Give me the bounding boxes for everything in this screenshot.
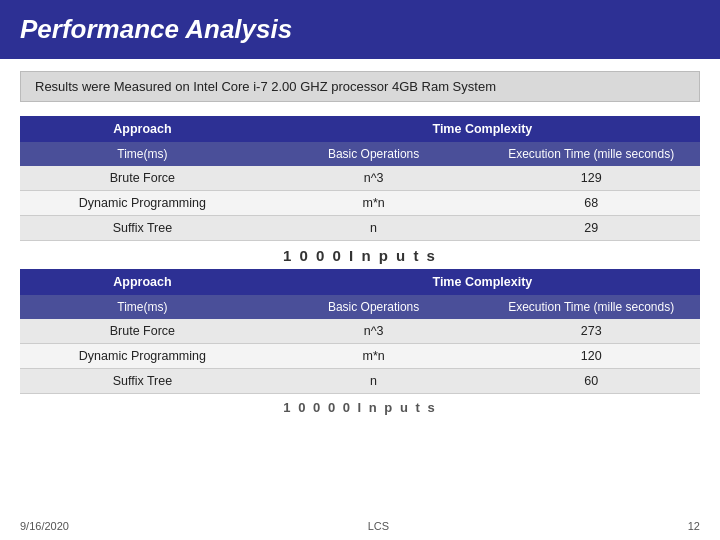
table2-subhead-row: Time(ms) Basic Operations Execution Time…	[20, 295, 700, 319]
row3-approach: Suffix Tree	[20, 216, 265, 241]
table-row: Brute Force n^3 273	[20, 319, 700, 344]
section1-heading: 1 0 0 0 I n p u t s	[20, 247, 700, 264]
table2-wrapper: Approach Time Complexity Time(ms) Basic …	[20, 269, 700, 394]
section2-heading: 1 0 0 0 0 I n p u t s	[20, 400, 700, 415]
col-approach-header: Approach	[20, 116, 265, 142]
subhead2-timems: Time(ms)	[20, 295, 265, 319]
table-row: Suffix Tree n 60	[20, 369, 700, 394]
subhead-basic: Basic Operations	[265, 142, 483, 166]
row6-exec: 60	[482, 369, 700, 394]
col-time-complexity-header: Time Complexity	[265, 116, 700, 142]
table-row: Suffix Tree n 29	[20, 216, 700, 241]
table2: Approach Time Complexity Time(ms) Basic …	[20, 269, 700, 394]
row1-exec: 129	[482, 166, 700, 191]
main-content: Results were Measured on Intel Core i-7 …	[0, 59, 720, 423]
table1: Approach Time Complexity Time(ms) Basic …	[20, 116, 700, 241]
row2-approach: Dynamic Programming	[20, 191, 265, 216]
row4-approach: Brute Force	[20, 319, 265, 344]
row6-basic: n	[265, 369, 483, 394]
subtitle-text: Results were Measured on Intel Core i-7 …	[35, 79, 496, 94]
table-row: Dynamic Programming m*n 120	[20, 344, 700, 369]
subhead2-basic: Basic Operations	[265, 295, 483, 319]
table-row: Brute Force n^3 129	[20, 166, 700, 191]
page-header: Performance Analysis	[0, 0, 720, 59]
subtitle-bar: Results were Measured on Intel Core i-7 …	[20, 71, 700, 102]
row2-basic: m*n	[265, 191, 483, 216]
subhead-exec: Execution Time (mille seconds)	[482, 142, 700, 166]
subhead-timems: Time(ms)	[20, 142, 265, 166]
row4-exec: 273	[482, 319, 700, 344]
table1-wrapper: Approach Time Complexity Time(ms) Basic …	[20, 116, 700, 241]
footer: 9/16/2020 LCS 12	[20, 520, 700, 532]
col2-time-complexity-header: Time Complexity	[265, 269, 700, 295]
table2-header-row: Approach Time Complexity	[20, 269, 700, 295]
row5-exec: 120	[482, 344, 700, 369]
row3-basic: n	[265, 216, 483, 241]
page-title: Performance Analysis	[20, 14, 292, 44]
row6-approach: Suffix Tree	[20, 369, 265, 394]
row1-basic: n^3	[265, 166, 483, 191]
row2-exec: 68	[482, 191, 700, 216]
table1-subhead-row: Time(ms) Basic Operations Execution Time…	[20, 142, 700, 166]
footer-date: 9/16/2020	[20, 520, 69, 532]
row5-approach: Dynamic Programming	[20, 344, 265, 369]
col2-approach-header: Approach	[20, 269, 265, 295]
row3-exec: 29	[482, 216, 700, 241]
subhead2-exec: Execution Time (mille seconds)	[482, 295, 700, 319]
row1-approach: Brute Force	[20, 166, 265, 191]
row4-basic: n^3	[265, 319, 483, 344]
footer-center: LCS	[368, 520, 389, 532]
footer-page: 12	[688, 520, 700, 532]
table-row: Dynamic Programming m*n 68	[20, 191, 700, 216]
table1-header-row: Approach Time Complexity	[20, 116, 700, 142]
row5-basic: m*n	[265, 344, 483, 369]
